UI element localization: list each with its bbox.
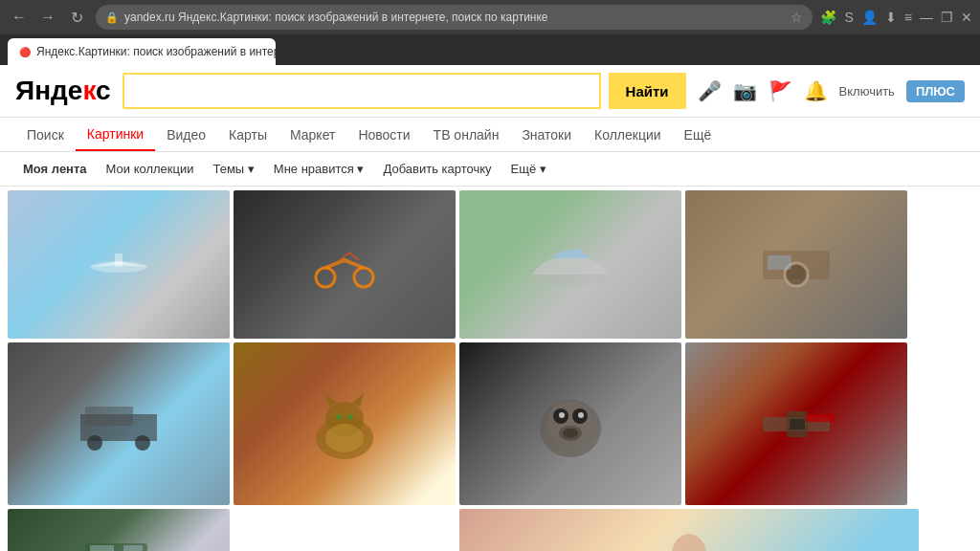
tab-favicon: 🔴 (19, 47, 31, 57)
svg-point-17 (325, 424, 364, 452)
lock-icon: 🔒 (105, 11, 119, 24)
menu-icon[interactable]: ≡ (904, 10, 912, 25)
grid-row-3 (8, 509, 972, 551)
sub-nav: Моя лента Мои коллекции Темы ▾ Мне нрави… (0, 152, 980, 187)
image-car-interior[interactable] (685, 190, 907, 339)
search-area: Найти (122, 73, 686, 109)
image-belt-label (685, 342, 907, 505)
browser-chrome: ← → ↻ 🔒 yandex.ru Яндекс.Картинки: поиск… (0, 0, 980, 34)
maximize-button[interactable]: ❐ (941, 10, 953, 25)
svg-point-4 (354, 268, 373, 287)
svg-rect-34 (90, 545, 114, 552)
grid-row-2 (8, 342, 972, 505)
extension1-icon[interactable]: 🧩 (820, 10, 836, 25)
image-suv-label (8, 509, 230, 551)
header-icons: 🎤 📷 🚩 🔔 Включить ПЛЮС (698, 79, 965, 102)
address-text: yandex.ru Яндекс.Картинки: поиск изображ… (124, 11, 785, 24)
extension3-icon[interactable]: 👤 (861, 10, 878, 25)
subnav-mne-nravitsya[interactable]: Мне нравится ▾ (266, 158, 372, 180)
image-airplane-label (8, 190, 230, 339)
image-motorcycle[interactable] (234, 190, 456, 339)
svg-rect-2 (115, 253, 122, 267)
enable-link[interactable]: Включить (839, 84, 895, 99)
svg-point-11 (87, 435, 102, 451)
svg-point-24 (559, 412, 565, 418)
svg-point-3 (316, 268, 335, 287)
tab-title: Яндекс.Картинки: поиск изображений в инт… (36, 45, 276, 58)
plus-button[interactable]: ПЛЮС (906, 80, 965, 102)
image-pug[interactable] (459, 342, 681, 505)
spacer-cat (234, 509, 456, 551)
image-woman[interactable] (459, 509, 919, 551)
image-car-silver[interactable] (459, 190, 681, 339)
browser-actions: 🧩 S 👤 ⬇ ≡ — ❐ ✕ (820, 10, 972, 25)
minimize-button[interactable]: — (920, 10, 933, 25)
page-content: Яндекс Найти 🎤 📷 🚩 🔔 Включить ПЛЮС Поиск… (0, 65, 980, 551)
address-bar[interactable]: 🔒 yandex.ru Яндекс.Картинки: поиск изобр… (96, 5, 813, 30)
subnav-dobavit[interactable]: Добавить карточку (375, 158, 499, 180)
search-input[interactable] (122, 73, 601, 109)
svg-rect-10 (85, 407, 133, 426)
forward-button[interactable]: → (36, 9, 59, 26)
image-pug-label (459, 342, 681, 505)
image-grid (0, 187, 980, 551)
subnav-eshe[interactable]: Ещё ▾ (503, 158, 554, 180)
tab-tv[interactable]: ТВ онлайн (422, 120, 511, 150)
subnav-temy[interactable]: Темы ▾ (205, 158, 261, 180)
subnav-moya-lenta[interactable]: Моя лента (15, 158, 95, 180)
browser-controls: ← → ↻ (8, 9, 88, 27)
yandex-logo: Яндекс (15, 76, 111, 106)
image-truck[interactable] (8, 342, 230, 505)
bookmark-star-icon[interactable]: ☆ (791, 10, 803, 25)
tab-novosti[interactable]: Новости (346, 120, 421, 150)
image-motorcycle-label (234, 190, 456, 339)
tab-eshe[interactable]: Ещё (673, 120, 724, 150)
reload-button[interactable]: ↻ (65, 9, 88, 27)
image-woman-label (459, 509, 919, 551)
page-header: Яндекс Найти 🎤 📷 🚩 🔔 Включить ПЛЮС (0, 65, 980, 118)
tab-bar: 🔴 Яндекс.Картинки: поиск изображений в и… (0, 34, 980, 65)
image-belt[interactable] (685, 342, 907, 505)
tab-kollektsii[interactable]: Коллекции (583, 120, 673, 150)
svg-point-18 (336, 414, 342, 420)
tab-video[interactable]: Видео (155, 120, 217, 150)
active-tab[interactable]: 🔴 Яндекс.Картинки: поиск изображений в и… (8, 38, 276, 65)
tab-znatoki[interactable]: Знатоки (510, 120, 583, 150)
tab-karty[interactable]: Карты (217, 120, 278, 150)
download-icon[interactable]: ⬇ (885, 10, 897, 25)
image-airplane[interactable] (8, 190, 230, 339)
tab-kartinki[interactable]: Картинки (76, 119, 155, 151)
image-cat-label (234, 342, 456, 505)
close-button[interactable]: ✕ (961, 10, 972, 25)
mic-icon[interactable]: 🎤 (698, 79, 722, 102)
svg-rect-30 (806, 414, 835, 422)
svg-point-19 (347, 414, 353, 420)
search-button[interactable]: Найти (609, 73, 686, 109)
extension2-icon[interactable]: S (844, 10, 853, 25)
grid-row-1 (8, 190, 972, 339)
flag-icon[interactable]: 🚩 (768, 79, 792, 102)
image-truck-label (8, 342, 230, 505)
svg-point-27 (563, 429, 578, 438)
image-car-silver-label (459, 190, 681, 339)
svg-rect-35 (123, 545, 143, 552)
bell-icon[interactable]: 🔔 (804, 79, 828, 102)
image-car-interior-label (685, 190, 907, 339)
tab-market[interactable]: Маркет (278, 120, 346, 150)
svg-rect-31 (790, 419, 805, 430)
nav-tabs: Поиск Картинки Видео Карты Маркет Новост… (0, 118, 980, 152)
svg-point-38 (672, 534, 706, 552)
svg-point-12 (135, 435, 150, 451)
svg-point-25 (578, 412, 584, 418)
svg-rect-8 (768, 255, 791, 270)
subnav-moi-kollektsii[interactable]: Мои коллекции (99, 158, 202, 180)
camera-icon[interactable]: 📷 (733, 79, 757, 102)
image-cat[interactable] (234, 342, 456, 505)
back-button[interactable]: ← (8, 9, 31, 26)
tab-poisk[interactable]: Поиск (15, 120, 76, 150)
image-suv[interactable] (8, 509, 230, 551)
